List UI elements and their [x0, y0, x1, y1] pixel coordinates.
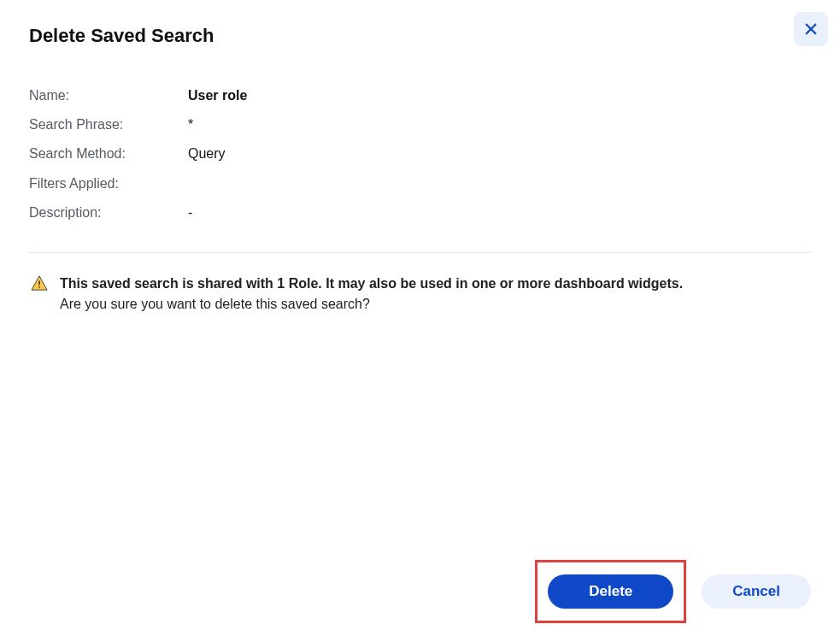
dialog-header: Delete Saved Search — [29, 24, 811, 49]
detail-row-name: Name: User role — [29, 86, 811, 105]
name-value: User role — [188, 86, 247, 105]
warning-triangle-icon — [31, 275, 48, 294]
detail-row-description: Description: - — [29, 203, 811, 222]
svg-rect-2 — [38, 280, 40, 286]
method-value: Query — [188, 144, 226, 163]
method-label: Search Method: — [29, 144, 188, 163]
dialog-title: Delete Saved Search — [29, 24, 214, 49]
delete-button[interactable]: Delete — [548, 574, 673, 609]
description-label: Description: — [29, 203, 188, 222]
filters-label: Filters Applied: — [29, 174, 188, 193]
close-button[interactable] — [794, 12, 828, 46]
detail-row-method: Search Method: Query — [29, 144, 811, 163]
svg-rect-3 — [38, 286, 40, 288]
description-value: - — [188, 203, 192, 222]
close-icon — [803, 21, 819, 37]
divider — [29, 252, 811, 253]
warning-box: This saved search is shared with 1 Role.… — [29, 274, 811, 316]
warning-text: This saved search is shared with 1 Role.… — [60, 274, 683, 316]
dialog-footer: Delete Cancel — [535, 560, 811, 623]
warning-bold-line: This saved search is shared with 1 Role.… — [60, 274, 683, 295]
cancel-button[interactable]: Cancel — [702, 574, 811, 609]
highlight-frame: Delete — [535, 560, 686, 623]
detail-row-phrase: Search Phrase: * — [29, 115, 811, 134]
name-label: Name: — [29, 86, 188, 105]
phrase-value: * — [188, 115, 193, 134]
detail-row-filters: Filters Applied: — [29, 174, 811, 193]
warning-confirm-line: Are you sure you want to delete this sav… — [60, 294, 683, 315]
phrase-label: Search Phrase: — [29, 115, 188, 134]
details-section: Name: User role Search Phrase: * Search … — [29, 86, 811, 223]
